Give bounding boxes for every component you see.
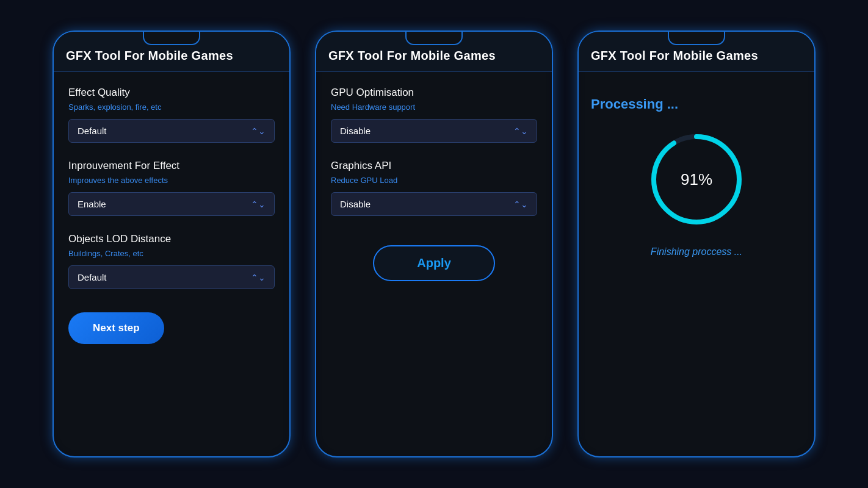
dropdown-lod[interactable]: Default ⌃⌄	[68, 265, 275, 289]
phone-frame-3: GFX Tool For Mobile Games Processing ...…	[577, 30, 816, 458]
chevron-down-icon: ⌃⌄	[251, 126, 266, 136]
dropdown-value-graphics-api: Disable	[340, 199, 371, 209]
side-button-left-2	[52, 142, 53, 166]
phone-header-2: GFX Tool For Mobile Games	[316, 32, 552, 72]
phone-header-1: GFX Tool For Mobile Games	[54, 32, 289, 72]
side-button-left-5	[577, 111, 578, 135]
next-step-button[interactable]: Next step	[68, 312, 164, 344]
label-graphics-api: Graphics API	[331, 160, 537, 172]
label-improvement: Inprouvement For Effect	[68, 160, 275, 172]
phone-content-1: Effect Quality Sparks, explosion, fire, …	[54, 72, 289, 448]
processing-title: Processing ...	[591, 96, 678, 112]
setting-group-improvement: Inprouvement For Effect Improuves the ab…	[68, 160, 275, 216]
side-button-left-6	[577, 142, 578, 166]
dropdown-gpu[interactable]: Disable ⌃⌄	[331, 119, 537, 143]
processing-container: Processing ... 91% Finishing proccess ..…	[579, 72, 814, 282]
side-button-left-1	[52, 111, 53, 135]
sub-gpu: Need Hardware support	[331, 102, 537, 112]
sub-effect-quality: Sparks, explosion, fire, etc	[68, 102, 275, 112]
phone-frame-1: GFX Tool For Mobile Games Effect Quality…	[52, 30, 291, 458]
phone-title-1: GFX Tool For Mobile Games	[66, 49, 233, 62]
phone-title-3: GFX Tool For Mobile Games	[591, 49, 758, 62]
setting-group-lod: Objects LOD Distance Buildings, Crates, …	[68, 233, 275, 289]
chevron-down-icon: ⌃⌄	[513, 199, 528, 209]
progress-percentage: 91%	[681, 170, 712, 189]
chevron-down-icon: ⌃⌄	[251, 199, 266, 209]
finishing-text: Finishing proccess ...	[651, 246, 742, 257]
dropdown-value-gpu: Disable	[340, 126, 371, 136]
side-button-left-4	[315, 142, 316, 166]
label-lod: Objects LOD Distance	[68, 233, 275, 245]
apply-button[interactable]: Apply	[373, 245, 495, 281]
dropdown-improvement[interactable]: Enable ⌃⌄	[68, 192, 275, 216]
dropdown-graphics-api[interactable]: Disable ⌃⌄	[331, 192, 537, 216]
dropdown-value-effect-quality: Default	[78, 126, 107, 136]
sub-lod: Buildings, Crates, etc	[68, 249, 275, 258]
phone-title-2: GFX Tool For Mobile Games	[328, 49, 496, 62]
side-button-left-3	[315, 111, 316, 135]
dropdown-effect-quality[interactable]: Default ⌃⌄	[68, 119, 275, 143]
dropdown-value-lod: Default	[78, 272, 107, 282]
label-gpu: GPU Optimisation	[331, 87, 537, 99]
phone-content-2: GPU Optimisation Need Hardware support D…	[316, 72, 552, 448]
setting-group-gpu: GPU Optimisation Need Hardware support D…	[331, 87, 537, 143]
chevron-down-icon: ⌃⌄	[251, 273, 266, 282]
chevron-down-icon: ⌃⌄	[513, 126, 528, 136]
setting-group-effect-quality: Effect Quality Sparks, explosion, fire, …	[68, 87, 275, 143]
sub-graphics-api: Reduce GPU Load	[331, 176, 537, 185]
dropdown-value-improvement: Enable	[78, 199, 106, 209]
setting-group-graphics-api: Graphics API Reduce GPU Load Disable ⌃⌄	[331, 160, 537, 216]
progress-circle: 91%	[648, 131, 745, 228]
sub-improvement: Improuves the above effects	[68, 176, 275, 185]
phone-header-3: GFX Tool For Mobile Games	[579, 32, 814, 72]
label-effect-quality: Effect Quality	[68, 87, 275, 99]
phone-frame-2: GFX Tool For Mobile Games GPU Optimisati…	[315, 30, 553, 458]
